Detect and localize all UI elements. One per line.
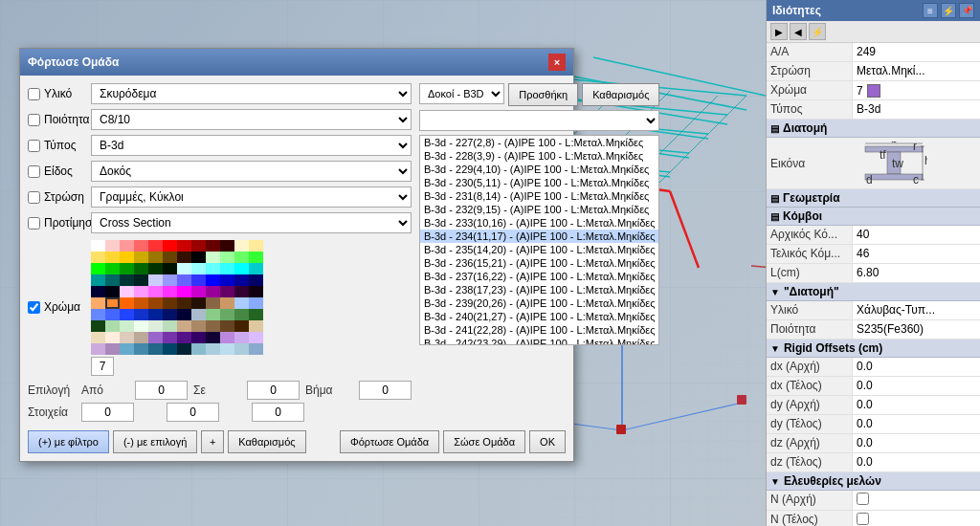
color-cell-16[interactable] xyxy=(148,252,163,263)
color-cell-8[interactable] xyxy=(206,240,220,252)
color-cell-29[interactable] xyxy=(163,263,177,274)
color-cell-63[interactable] xyxy=(134,297,148,309)
color-cell-107[interactable] xyxy=(249,332,263,343)
eidos-checkbox[interactable] xyxy=(28,165,40,178)
color-cell-87[interactable] xyxy=(134,320,148,332)
color-cell-12[interactable] xyxy=(91,252,105,263)
color-cell-20[interactable] xyxy=(206,252,220,263)
color-cell-85[interactable] xyxy=(105,320,120,332)
color-cell-54[interactable] xyxy=(177,286,191,297)
list-item[interactable]: B-3d - 240(21,27) - (A)IPE 100 - L:Μεταλ… xyxy=(420,310,658,323)
color-cell-38[interactable] xyxy=(120,274,134,286)
ok-button[interactable]: OK xyxy=(529,430,566,453)
list-item[interactable]: B-3d - 239(20,26) - (A)IPE 100 - L:Μεταλ… xyxy=(420,296,658,310)
color-cell-83[interactable] xyxy=(249,309,263,320)
color-cell-79[interactable] xyxy=(191,309,206,320)
color-cell-81[interactable] xyxy=(220,309,234,320)
color-cell-102[interactable] xyxy=(177,332,191,343)
strosi-checkbox[interactable] xyxy=(28,191,40,204)
katharismos2-button[interactable]: Καθαρισμός xyxy=(228,430,305,453)
list-item[interactable]: B-3d - 228(3,9) - (A)IPE 100 - L:Μεταλ.Μ… xyxy=(420,149,658,163)
color-cell-14[interactable] xyxy=(120,252,134,263)
color-cell-116[interactable] xyxy=(206,343,220,355)
color-cell-109[interactable] xyxy=(105,343,120,355)
color-cell-18[interactable] xyxy=(177,252,191,263)
n-arxh-checkbox[interactable] xyxy=(857,493,869,505)
color-cell-69[interactable] xyxy=(220,297,234,309)
poiotita-checkbox[interactable] xyxy=(28,114,40,126)
typos-select[interactable]: B-3d xyxy=(91,135,412,156)
color-cell-96[interactable] xyxy=(91,332,105,343)
color-cell-32[interactable] xyxy=(206,263,220,274)
color-cell-92[interactable] xyxy=(206,320,220,332)
color-cell-31[interactable] xyxy=(191,263,206,274)
color-cell-40[interactable] xyxy=(148,274,163,286)
color-cell-52[interactable] xyxy=(148,286,163,297)
protimisi-checkbox[interactable] xyxy=(28,217,40,230)
color-cell-93[interactable] xyxy=(220,320,234,332)
color-cell-30[interactable] xyxy=(177,263,191,274)
color-cell-36[interactable] xyxy=(91,274,105,286)
color-cell-97[interactable] xyxy=(105,332,120,343)
color-cell-76[interactable] xyxy=(148,309,163,320)
list-item[interactable]: B-3d - 230(5,11) - (A)IPE 100 - L:Μεταλ.… xyxy=(420,176,658,189)
color-cell-71[interactable] xyxy=(249,297,263,309)
prop-btn-3[interactable]: ⚡ xyxy=(809,23,826,40)
stoixeia-input-2[interactable] xyxy=(167,403,219,422)
color-cell-3[interactable] xyxy=(134,240,148,252)
color-cell-106[interactable] xyxy=(234,332,249,343)
list-item[interactable]: B-3d - 232(9,15) - (A)IPE 100 - L:Μεταλ.… xyxy=(420,203,658,216)
color-cell-77[interactable] xyxy=(163,309,177,320)
color-cell-43[interactable] xyxy=(191,274,206,286)
color-cell-68[interactable] xyxy=(206,297,220,309)
me-filtro-button[interactable]: (+) με φίλτρο xyxy=(28,430,109,453)
color-cell-90[interactable] xyxy=(177,320,191,332)
color-cell-62[interactable] xyxy=(120,297,134,309)
color-cell-67[interactable] xyxy=(191,297,206,309)
plus-button[interactable]: + xyxy=(201,430,224,453)
prosthiki-button[interactable]: Προσθήκη xyxy=(508,83,578,106)
color-cell-13[interactable] xyxy=(105,252,120,263)
color-cell-65[interactable] xyxy=(163,297,177,309)
sose-omada-button[interactable]: Σώσε Ομάδα xyxy=(443,430,525,453)
diatomi2-expand-icon[interactable]: ▼ xyxy=(770,287,780,297)
protimisi-select[interactable]: Cross Section xyxy=(91,212,412,233)
color-cell-64[interactable] xyxy=(148,297,163,309)
poiotita-select[interactable]: C8/10 xyxy=(91,109,412,130)
color-cell-61[interactable] xyxy=(105,297,120,309)
color-cell-86[interactable] xyxy=(120,320,134,332)
list-subdropdown[interactable] xyxy=(419,110,659,131)
eleftheries-expand-icon[interactable]: ▼ xyxy=(770,476,780,487)
yliko-checkbox[interactable] xyxy=(28,88,40,100)
color-cell-75[interactable] xyxy=(134,309,148,320)
me-epilogi-button[interactable]: (-) με επιλογή xyxy=(113,430,197,453)
color-cell-49[interactable] xyxy=(105,286,120,297)
color-cell-105[interactable] xyxy=(220,332,234,343)
color-cell-99[interactable] xyxy=(134,332,148,343)
color-cell-25[interactable] xyxy=(105,263,120,274)
yliko-select[interactable]: Σκυρόδεμα xyxy=(91,83,412,104)
color-cell-34[interactable] xyxy=(234,263,249,274)
color-cell-108[interactable] xyxy=(91,343,105,355)
color-cell-101[interactable] xyxy=(163,332,177,343)
prop-btn-1[interactable]: ▶ xyxy=(770,23,788,40)
color-cell-53[interactable] xyxy=(163,286,177,297)
chroma-checkbox[interactable] xyxy=(28,301,40,314)
color-cell-19[interactable] xyxy=(191,252,206,263)
color-cell-50[interactable] xyxy=(120,286,134,297)
color-cell-94[interactable] xyxy=(234,320,249,332)
color-cell-51[interactable] xyxy=(134,286,148,297)
color-cell-119[interactable] xyxy=(249,343,263,355)
panel-icon-pin[interactable]: 📌 xyxy=(959,3,974,18)
typos-checkbox[interactable] xyxy=(28,140,40,152)
color-cell-48[interactable] xyxy=(91,286,105,297)
stoixeia-input-3[interactable] xyxy=(252,403,304,422)
color-cell-22[interactable] xyxy=(234,252,249,263)
color-cell-37[interactable] xyxy=(105,274,120,286)
color-cell-11[interactable] xyxy=(249,240,263,252)
color-cell-74[interactable] xyxy=(120,309,134,320)
color-cell-78[interactable] xyxy=(177,309,191,320)
color-cell-4[interactable] xyxy=(148,240,163,252)
color-cell-1[interactable] xyxy=(105,240,120,252)
color-cell-112[interactable] xyxy=(148,343,163,355)
